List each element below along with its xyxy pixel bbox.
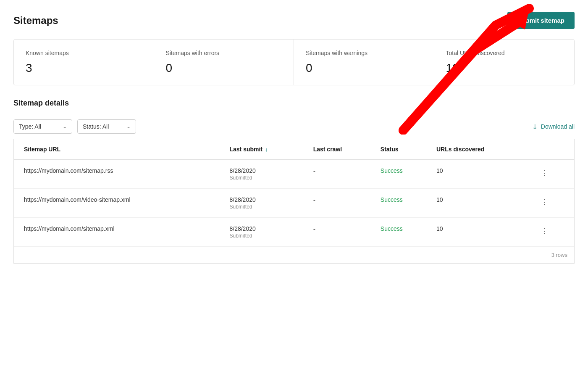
col-header-last-submit[interactable]: Last submit ↓	[224, 139, 308, 160]
cell-urls-discovered: 10	[431, 189, 532, 218]
table-footer: 3 rows	[14, 246, 574, 263]
more-actions-button[interactable]: ⋮	[537, 196, 551, 207]
chevron-down-icon: ⌄	[126, 124, 131, 129]
status-filter[interactable]: Status: All ⌄	[77, 119, 136, 134]
cell-last-crawl: -	[308, 218, 375, 247]
submit-label: Submitted	[229, 175, 303, 181]
col-header-urls-discovered: URLs discovered	[431, 139, 532, 160]
download-all-label: Download all	[541, 123, 575, 130]
type-filter-label: Type: All	[19, 123, 59, 130]
stat-known-label: Known sitemaps	[26, 50, 142, 56]
table-header-row: Sitemap URL Last submit ↓ Last crawl Sta…	[14, 139, 574, 160]
details-section-title: Sitemap details	[13, 99, 575, 108]
sitemap-table-container: Sitemap URL Last submit ↓ Last crawl Sta…	[13, 139, 575, 264]
table-row: https://mydomain.com/sitemap.rss 8/28/20…	[14, 160, 574, 189]
cell-status: Success	[375, 218, 431, 247]
cell-last-submit: 8/28/2020 Submitted	[224, 189, 308, 218]
col-header-url: Sitemap URL	[14, 139, 224, 160]
page-header: Sitemaps Submit sitemap	[13, 12, 575, 29]
more-actions-button[interactable]: ⋮	[537, 225, 551, 236]
cell-urls-discovered: 10	[431, 218, 532, 247]
stat-errors-value: 0	[166, 61, 282, 75]
download-all-button[interactable]: ⤓ Download all	[532, 123, 575, 131]
stats-row: Known sitemaps 3 Sitemaps with errors 0 …	[13, 39, 575, 85]
submit-sitemap-button[interactable]: Submit sitemap	[507, 12, 575, 29]
stat-urls-label: Total URLs discovered	[446, 50, 563, 56]
col-header-actions	[532, 139, 574, 160]
cell-url: https://mydomain.com/sitemap.xml	[14, 218, 224, 247]
more-actions-button[interactable]: ⋮	[537, 167, 551, 178]
row-count: 3 rows	[551, 252, 567, 258]
status-filter-label: Status: All	[83, 123, 123, 130]
chevron-down-icon: ⌄	[63, 124, 67, 129]
submit-label: Submitted	[229, 233, 303, 239]
col-header-last-crawl: Last crawl	[308, 139, 375, 160]
filter-bar: Type: All ⌄ Status: All ⌄ ⤓ Download all	[13, 114, 575, 139]
submit-date: 8/28/2020	[229, 225, 303, 232]
filter-left: Type: All ⌄ Status: All ⌄	[13, 119, 136, 134]
cell-last-submit: 8/28/2020 Submitted	[224, 218, 308, 247]
cell-more-actions[interactable]: ⋮	[532, 160, 574, 189]
download-icon: ⤓	[532, 123, 538, 131]
status-badge: Success	[381, 167, 403, 174]
cell-url: https://mydomain.com/video-sitemap.xml	[14, 189, 224, 218]
sitemap-table: Sitemap URL Last submit ↓ Last crawl Sta…	[14, 139, 574, 246]
cell-last-submit: 8/28/2020 Submitted	[224, 160, 308, 189]
stat-card-warnings: Sitemaps with warnings 0	[294, 40, 434, 85]
type-filter[interactable]: Type: All ⌄	[13, 119, 72, 134]
cell-url: https://mydomain.com/sitemap.rss	[14, 160, 224, 189]
submit-date: 8/28/2020	[229, 196, 303, 203]
sort-icon: ↓	[265, 146, 268, 153]
cell-more-actions[interactable]: ⋮	[532, 218, 574, 247]
table-row: https://mydomain.com/video-sitemap.xml 8…	[14, 189, 574, 218]
col-header-status: Status	[375, 139, 431, 160]
cell-last-crawl: -	[308, 189, 375, 218]
page-title: Sitemaps	[13, 15, 58, 26]
stat-card-known: Known sitemaps 3	[14, 40, 154, 85]
stat-card-urls: Total URLs discovered 10	[434, 40, 575, 85]
cell-status: Success	[375, 189, 431, 218]
cell-last-crawl: -	[308, 160, 375, 189]
submit-date: 8/28/2020	[229, 167, 303, 174]
table-row: https://mydomain.com/sitemap.xml 8/28/20…	[14, 218, 574, 247]
cell-urls-discovered: 10	[431, 160, 532, 189]
stat-card-errors: Sitemaps with errors 0	[154, 40, 294, 85]
stat-warnings-label: Sitemaps with warnings	[306, 50, 422, 56]
cell-status: Success	[375, 160, 431, 189]
cell-more-actions[interactable]: ⋮	[532, 189, 574, 218]
stat-known-value: 3	[26, 61, 142, 75]
stat-urls-value: 10	[446, 61, 563, 75]
stat-warnings-value: 0	[306, 61, 422, 75]
stat-errors-label: Sitemaps with errors	[166, 50, 282, 56]
submit-label: Submitted	[229, 204, 303, 210]
status-badge: Success	[381, 196, 403, 203]
status-badge: Success	[381, 225, 403, 232]
